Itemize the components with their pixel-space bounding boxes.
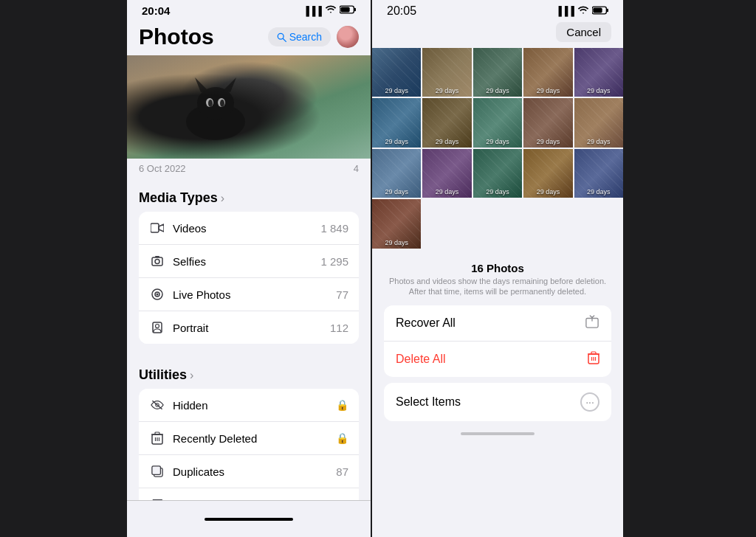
- svg-rect-13: [151, 224, 159, 232]
- phone-right: 20:05 ▐▐▐ Cancel 29 days 29 days 29 days…: [372, 0, 623, 537]
- list-item-recently-deleted[interactable]: Recently Deleted 🔒: [139, 422, 359, 455]
- grid-cell-1[interactable]: 29 days: [372, 48, 421, 97]
- list-item-receipts[interactable]: Receipts 20: [139, 488, 359, 500]
- grid-cell-2[interactable]: 29 days: [422, 48, 471, 97]
- photo-grid[interactable]: 29 days 29 days 29 days 29 days 29 days …: [372, 48, 623, 250]
- scroll-content[interactable]: Media Types › Videos 1 849 Selfies 1 295: [127, 179, 371, 500]
- videos-count: 1 849: [320, 222, 348, 235]
- grid-days-15: 29 days: [574, 188, 623, 195]
- grid-cell-7[interactable]: 29 days: [422, 98, 471, 147]
- utilities-header[interactable]: Utilities ›: [127, 356, 371, 389]
- svg-rect-42: [591, 352, 596, 354]
- grid-cell-16[interactable]: 29 days: [372, 199, 421, 248]
- selfies-count: 1 295: [320, 255, 348, 268]
- list-item-portrait[interactable]: Portrait 112: [139, 311, 359, 344]
- list-item-duplicates[interactable]: Duplicates 87: [139, 455, 359, 488]
- grid-days-4: 29 days: [523, 87, 572, 94]
- recently-deleted-lock-icon: 🔒: [336, 432, 348, 444]
- media-types-list: Videos 1 849 Selfies 1 295 Live Photos 7…: [139, 212, 359, 344]
- top-bar-right: Cancel: [372, 19, 623, 48]
- live-photos-label: Live Photos: [173, 288, 336, 301]
- hero-image[interactable]: [127, 55, 371, 159]
- status-icons-right: ▐▐▐: [555, 6, 608, 17]
- utilities-arrow-icon: ›: [190, 369, 193, 382]
- portrait-label: Portrait: [173, 322, 330, 334]
- grid-days-1: 29 days: [372, 87, 421, 94]
- recover-icon: [585, 315, 599, 331]
- media-types-title: Media Types: [139, 190, 218, 206]
- status-icons-left: ▐▐▐: [303, 5, 356, 16]
- ellipsis-icon: ···: [585, 396, 594, 408]
- list-item-selfies[interactable]: Selfies 1 295: [139, 245, 359, 278]
- select-items-label: Select Items: [396, 395, 461, 409]
- grid-days-6: 29 days: [372, 138, 421, 145]
- signal-icon-right: ▐▐▐: [555, 6, 574, 16]
- search-button[interactable]: Search: [268, 27, 331, 46]
- grid-cell-4[interactable]: 29 days: [523, 48, 572, 97]
- grid-cell-5[interactable]: 29 days: [574, 48, 623, 97]
- photo-count: 4: [354, 163, 359, 174]
- grid-cell-6[interactable]: 29 days: [372, 98, 421, 147]
- grid-days-5: 29 days: [574, 87, 623, 94]
- svg-rect-2: [340, 7, 349, 12]
- svg-rect-37: [593, 7, 602, 13]
- svg-rect-36: [607, 8, 608, 11]
- hidden-icon: [149, 397, 165, 413]
- photos-count-title: 16 Photos: [387, 262, 608, 274]
- live-photos-icon: [149, 286, 165, 302]
- list-item-videos[interactable]: Videos 1 849: [139, 212, 359, 245]
- cancel-button[interactable]: Cancel: [556, 22, 611, 42]
- svg-rect-27: [155, 432, 159, 434]
- grid-cell-15[interactable]: 29 days: [574, 149, 623, 198]
- grid-days-3: 29 days: [473, 87, 522, 94]
- grid-days-13: 29 days: [473, 188, 522, 195]
- duplicates-count: 87: [336, 465, 348, 478]
- utilities-list: Hidden 🔒 Recently Deleted 🔒 Duplicates 8…: [139, 389, 359, 500]
- status-bar-left: 20:04 ▐▐▐: [127, 0, 371, 18]
- grid-cell-14[interactable]: 29 days: [523, 149, 572, 198]
- grid-cell-11[interactable]: 29 days: [372, 149, 421, 198]
- svg-marker-8: [223, 77, 236, 92]
- select-items-icon: ···: [580, 392, 599, 412]
- profile-avatar-button[interactable]: [337, 26, 359, 48]
- status-bar-right: 20:05 ▐▐▐: [372, 0, 623, 19]
- list-item-hidden[interactable]: Hidden 🔒: [139, 389, 359, 422]
- list-item-live-photos[interactable]: Live Photos 77: [139, 278, 359, 311]
- duplicates-label: Duplicates: [173, 465, 336, 478]
- svg-point-6: [197, 87, 234, 119]
- utilities-title: Utilities: [139, 367, 187, 383]
- portrait-count: 112: [330, 322, 348, 334]
- recently-deleted-label: Recently Deleted: [173, 432, 336, 445]
- selfies-label: Selfies: [173, 255, 320, 268]
- grid-cell-13[interactable]: 29 days: [473, 149, 522, 198]
- delete-icon: [588, 351, 599, 367]
- svg-point-12: [220, 100, 224, 107]
- svg-rect-1: [354, 8, 356, 11]
- select-items-item[interactable]: Select Items ···: [384, 383, 611, 421]
- svg-marker-14: [159, 224, 164, 232]
- video-icon: [149, 220, 165, 236]
- grid-cell-10[interactable]: 29 days: [574, 98, 623, 147]
- svg-line-4: [283, 38, 286, 41]
- wifi-icon-right: [577, 6, 589, 17]
- photos-title: Photos: [139, 24, 214, 49]
- media-types-header[interactable]: Media Types ›: [127, 179, 371, 212]
- grid-days-9: 29 days: [523, 138, 572, 145]
- grid-cell-3[interactable]: 29 days: [473, 48, 522, 97]
- recover-all-label: Recover All: [396, 316, 456, 330]
- recently-deleted-icon: [149, 430, 165, 446]
- live-photos-count: 77: [336, 288, 348, 301]
- battery-icon-right: [592, 6, 608, 17]
- grid-cell-9[interactable]: 29 days: [523, 98, 572, 147]
- grid-cell-12[interactable]: 29 days: [422, 149, 471, 198]
- wifi-icon: [325, 5, 337, 16]
- portrait-icon: [149, 319, 165, 336]
- bottom-sheet: 16 Photos Photos and videos show the day…: [372, 250, 623, 537]
- grid-days-2: 29 days: [422, 87, 471, 94]
- grid-cell-8[interactable]: 29 days: [473, 98, 522, 147]
- videos-label: Videos: [173, 222, 320, 235]
- delete-all-item[interactable]: Delete All: [384, 342, 611, 377]
- svg-rect-15: [152, 257, 162, 266]
- recover-all-item[interactable]: Recover All: [384, 305, 611, 342]
- grid-days-8: 29 days: [473, 138, 522, 145]
